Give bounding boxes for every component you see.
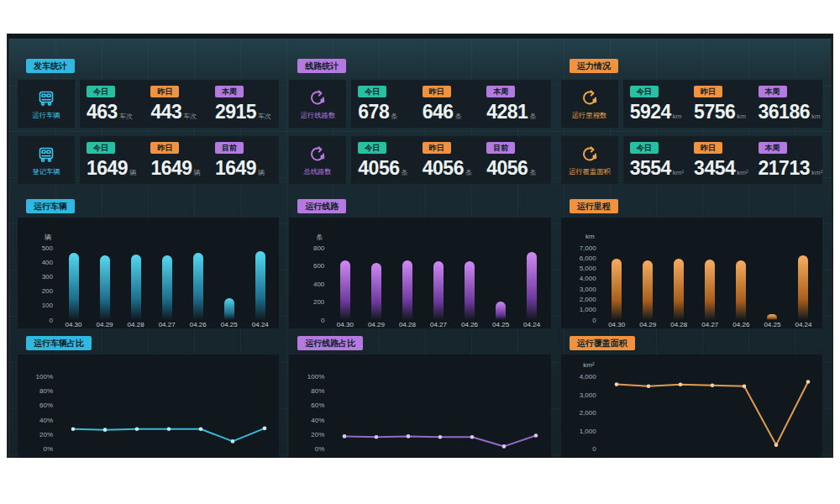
bar[interactable] — [193, 253, 203, 319]
y-axis-tick: 20% — [311, 430, 324, 438]
bar-chart-panel[interactable]: 辆010020030040050004.3004.2904.2804.2704.… — [18, 218, 279, 328]
stat-value: 1649 — [215, 157, 256, 180]
bar-chart-plot[interactable]: 04.3004.2904.2804.2704.2604.2504.24 — [58, 218, 279, 328]
line-marker[interactable] — [375, 435, 379, 439]
bar-slot — [633, 248, 664, 320]
bar[interactable] — [433, 261, 444, 319]
line-marker[interactable] — [263, 427, 267, 431]
bar-chart-plot[interactable]: 04.3004.2904.2804.2704.2604.2504.24 — [329, 218, 550, 328]
bar-chart-panel[interactable]: 条020040060080004.3004.2904.2804.2704.260… — [289, 218, 550, 328]
stat-item: 昨日5756km — [694, 86, 754, 123]
line-chart-plot[interactable] — [329, 354, 550, 458]
stat-unit: km² — [737, 169, 748, 176]
bar[interactable] — [674, 259, 684, 319]
bar-chart-plot[interactable]: 04.3004.2904.2804.2704.2604.2504.24 — [601, 218, 822, 328]
line-marker[interactable] — [470, 435, 475, 439]
x-axis-labels: 04.3004.2904.2804.2704.2604.2504.24 — [601, 321, 819, 333]
y-axis-tick: 0 — [321, 316, 324, 323]
y-axis: km01,0002,0003,0004,0005,0006,0007,000 — [561, 218, 601, 328]
bar[interactable] — [798, 255, 808, 319]
bar[interactable] — [527, 252, 537, 320]
section-tag-lines: 线路统计 — [297, 59, 346, 73]
line-chart-plot[interactable] — [601, 354, 822, 458]
line-chart-plot[interactable] — [58, 354, 279, 458]
stat-unit: km — [737, 113, 746, 120]
stat-value: 36186 — [759, 101, 810, 123]
stat-icon-box: 运行里程数 — [561, 80, 618, 128]
bar[interactable] — [162, 255, 172, 320]
line-marker[interactable] — [438, 435, 443, 439]
y-axis-tick: 40% — [39, 416, 53, 423]
bar[interactable] — [255, 251, 265, 320]
line-marker[interactable] — [534, 433, 538, 438]
column-lines: 线路统计运行线路数今日678条昨日646条本周4281条总线路数今日4056条昨… — [289, 39, 550, 458]
period-tag: 目前 — [215, 142, 244, 154]
stat-values-panel: 今日1649辆昨日1649辆目前1649辆 — [80, 136, 279, 184]
bar[interactable] — [736, 260, 746, 320]
line-chart-panel[interactable]: 0%20%40%60%80%100% — [18, 354, 279, 458]
route-loop-icon — [307, 144, 328, 165]
line-marker[interactable] — [502, 444, 507, 449]
x-axis-label: 04.28 — [664, 321, 695, 333]
line-chart-panel[interactable]: 0%20%40%60%80%100% — [289, 354, 550, 458]
bar[interactable] — [371, 263, 381, 320]
x-axis-label: 04.28 — [120, 321, 151, 333]
bar-series — [601, 248, 819, 320]
bar-chart-title-tag: 运行里程 — [570, 199, 618, 213]
dashboard-columns: 发车统计运行车辆今日463车次昨日443车次本周2915车次登记车辆今日1649… — [9, 39, 831, 458]
bar[interactable] — [612, 259, 622, 320]
y-axis-tick: 100% — [36, 373, 53, 381]
bar[interactable] — [224, 298, 234, 320]
stat-value-line: 2915车次 — [215, 101, 276, 123]
period-tag: 今日 — [87, 86, 115, 97]
period-tag: 本周 — [215, 86, 244, 97]
x-axis-label: 04.29 — [89, 321, 120, 333]
stat-icon-box: 登记车辆 — [18, 136, 75, 184]
stat-value-line: 3554km² — [630, 157, 690, 180]
line-marker[interactable] — [710, 383, 714, 387]
period-tag: 昨日 — [150, 142, 179, 154]
line-marker[interactable] — [742, 385, 746, 389]
bar[interactable] — [643, 260, 653, 320]
bar[interactable] — [402, 260, 412, 320]
period-tag: 本周 — [486, 86, 515, 97]
bar-chart-panel[interactable]: km01,0002,0003,0004,0005,0006,0007,00004… — [561, 218, 822, 328]
stat-card: 运行里程数今日5924km昨日5756km本周36186km — [561, 80, 822, 128]
line-marker[interactable] — [167, 427, 171, 431]
x-axis-label: 04.30 — [601, 321, 633, 333]
line-marker[interactable] — [774, 443, 778, 447]
bar[interactable] — [69, 253, 79, 320]
x-axis-label: 04.24 — [244, 321, 276, 333]
bar[interactable] — [340, 260, 350, 320]
stat-icon-label: 运行覆盖面积 — [569, 167, 611, 175]
stat-item: 今日4056条 — [358, 142, 418, 180]
line-marker[interactable] — [646, 384, 650, 388]
stat-unit: 车次 — [183, 112, 197, 121]
stat-card: 运行线路数今日678条昨日646条本周4281条 — [289, 80, 550, 128]
x-axis-label: 04.26 — [182, 321, 213, 333]
line-marker[interactable] — [614, 382, 618, 386]
bar[interactable] — [767, 314, 777, 319]
bar[interactable] — [496, 302, 506, 320]
line-marker[interactable] — [678, 382, 682, 386]
bar[interactable] — [465, 261, 475, 320]
line-marker[interactable] — [343, 434, 347, 438]
stat-value: 646 — [423, 101, 454, 123]
y-axis-tick: 7,000 — [580, 244, 596, 251]
bar[interactable] — [131, 255, 141, 320]
line-marker[interactable] — [135, 427, 139, 431]
bar-slot — [151, 248, 182, 320]
line-marker[interactable] — [71, 427, 76, 431]
bar[interactable] — [100, 255, 110, 319]
line-marker[interactable] — [199, 427, 203, 431]
bar[interactable] — [705, 260, 715, 320]
y-axis: km²01,0002,0003,0004,000 — [561, 354, 601, 458]
line-chart-panel[interactable]: km²01,0002,0003,0004,000 — [561, 354, 822, 458]
line-marker[interactable] — [806, 380, 810, 384]
line-marker[interactable] — [231, 439, 235, 444]
y-axis: 辆0100200300400500 — [18, 218, 58, 328]
stat-unit: 辆 — [194, 168, 201, 177]
stat-item: 昨日3454km² — [694, 142, 754, 180]
line-marker[interactable] — [407, 434, 411, 438]
line-marker[interactable] — [103, 428, 108, 432]
